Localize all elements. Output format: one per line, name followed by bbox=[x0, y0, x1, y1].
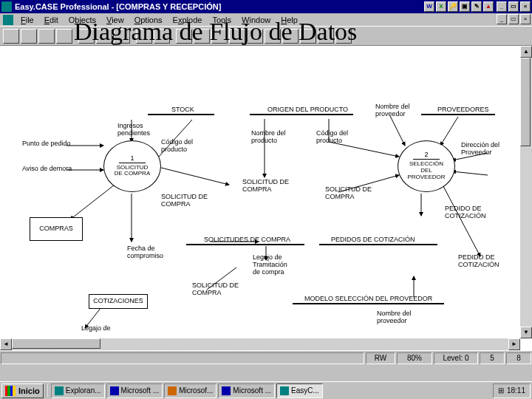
ext-btn-w[interactable]: W bbox=[424, 1, 434, 12]
tb-copy[interactable] bbox=[96, 29, 112, 44]
tb-t8[interactable] bbox=[300, 29, 316, 44]
close-button[interactable]: × bbox=[520, 1, 531, 12]
toolbar bbox=[0, 27, 532, 46]
vscroll-up[interactable]: ▲ bbox=[520, 46, 532, 58]
lbl-legajo-tram: Legajo de Tramitación de compra bbox=[253, 254, 287, 276]
app-titlebar: Easy.CASE Professional - [COMPRAS Y RECE… bbox=[0, 0, 532, 13]
datastore-pedidos-cot[interactable]: PEDIDOS DE COTIZACIÓN bbox=[331, 236, 415, 244]
menu-window[interactable]: Window bbox=[237, 15, 275, 25]
tb-t9[interactable] bbox=[318, 29, 334, 44]
ext-btn-x[interactable]: X bbox=[436, 1, 446, 12]
datastore-origen[interactable]: ORIGEN DEL PRODUCTO bbox=[267, 106, 348, 114]
lbl-codigo-prod2: Código del producto bbox=[316, 130, 348, 145]
datastore-stock[interactable]: STOCK bbox=[171, 106, 194, 114]
svg-line-10 bbox=[390, 116, 405, 146]
windows-icon bbox=[5, 386, 16, 396]
svg-line-5 bbox=[70, 185, 115, 219]
start-label: Inicio bbox=[18, 386, 40, 395]
lbl-pedido-cot2: PEDIDO DE COTIZACIÓN bbox=[458, 254, 499, 269]
menu-file[interactable]: FFileile bbox=[16, 15, 38, 25]
ext-btn-cam[interactable]: ▣ bbox=[460, 1, 470, 12]
horizontal-scrollbar[interactable]: ◄ ► bbox=[0, 338, 520, 350]
mdi-close[interactable]: × bbox=[520, 14, 531, 24]
clock: 18:11 bbox=[507, 386, 525, 395]
tb-t6[interactable] bbox=[265, 29, 281, 44]
svg-line-13 bbox=[452, 171, 488, 175]
process-2[interactable]: 2 SELECCIÓN DEL PROVEEDOR bbox=[398, 140, 455, 192]
tb-t2[interactable] bbox=[194, 29, 210, 44]
tray-icon: ⊞ bbox=[498, 386, 504, 395]
lbl-sol-compra2: SOLICITUD DE COMPRA bbox=[161, 194, 208, 208]
ext-btn-pdf[interactable]: ▲ bbox=[483, 1, 494, 12]
hscroll-thumb[interactable] bbox=[12, 338, 100, 349]
tb-new[interactable] bbox=[3, 29, 19, 44]
ext-btn-edit[interactable]: ✎ bbox=[471, 1, 482, 12]
vscroll-down[interactable]: ▼ bbox=[520, 327, 532, 338]
menu-options[interactable]: Options bbox=[130, 15, 167, 25]
start-button[interactable]: Inicio bbox=[1, 383, 44, 398]
tb-t4[interactable] bbox=[229, 29, 245, 44]
tb-save[interactable] bbox=[38, 29, 55, 44]
menu-objects[interactable]: Objects bbox=[64, 15, 100, 25]
process-2-name: SELECCIÓN DEL PROVEEDOR bbox=[407, 161, 445, 180]
lbl-legajo-de: Legajo de bbox=[81, 325, 111, 332]
taskbar: Inicio Exploran... Microsoft ... Microso… bbox=[0, 381, 532, 399]
tb-redo[interactable] bbox=[154, 29, 170, 44]
lbl-pedido-cot1: PEDIDO DE COTIZACIÓN bbox=[445, 205, 486, 220]
tb-t10[interactable] bbox=[335, 29, 352, 44]
lbl-codigo-prod: Código del producto bbox=[161, 139, 193, 154]
status-level: Level: 0 bbox=[434, 352, 478, 364]
vertical-scrollbar[interactable]: ▲ ▼ bbox=[520, 46, 532, 338]
app-icon bbox=[1, 1, 12, 12]
menu-edit[interactable]: Edit bbox=[40, 15, 63, 25]
process-1[interactable]: 1 SOLICITUD DE COMPRA bbox=[103, 140, 161, 192]
tb-print[interactable] bbox=[56, 29, 72, 44]
task-5[interactable]: EasyC... bbox=[276, 383, 323, 398]
system-tray[interactable]: ⊞ 18:11 bbox=[493, 383, 531, 398]
status-col: 5 bbox=[480, 352, 505, 364]
vscroll-thumb[interactable] bbox=[520, 58, 531, 146]
lbl-sol-compra3: SOLICITUD DE COMPRA bbox=[325, 186, 372, 201]
task-3[interactable]: Microsof... bbox=[164, 383, 216, 398]
task-4[interactable]: Microsoft ... bbox=[218, 383, 275, 398]
svg-line-11 bbox=[440, 117, 458, 146]
entity-compras[interactable]: COMPRAS bbox=[30, 217, 83, 241]
mdi-maximize[interactable]: ▭ bbox=[508, 14, 519, 24]
tb-t1[interactable] bbox=[176, 29, 192, 44]
lbl-fecha-comp: Fecha de compromiso bbox=[127, 245, 163, 260]
process-1-num: 1 bbox=[119, 155, 146, 163]
process-1-name: SOLICITUD DE COMPRA bbox=[115, 165, 150, 178]
minimize-button[interactable]: _ bbox=[497, 1, 507, 12]
lbl-sol-compra4: SOLICITUD DE COMPRA bbox=[192, 282, 239, 297]
ext-btn-key[interactable]: 🔑 bbox=[448, 1, 458, 12]
tb-t7[interactable] bbox=[282, 29, 299, 44]
window-controls: _ ▭ × bbox=[497, 1, 531, 12]
datastore-proveedores[interactable]: PROVEEDORES bbox=[437, 106, 489, 114]
task-2[interactable]: Microsoft ... bbox=[106, 383, 163, 398]
tb-t5[interactable] bbox=[247, 29, 263, 44]
lbl-sol-compra1: SOLICITUD DE COMPRA bbox=[242, 179, 289, 194]
hscroll-right[interactable]: ► bbox=[508, 338, 520, 350]
tb-open[interactable] bbox=[21, 29, 37, 44]
menubar: FFileile Edit Objects View Options Explo… bbox=[0, 13, 532, 27]
menu-explode[interactable]: Explode bbox=[168, 15, 207, 25]
datastore-solicitudes[interactable]: SOLICITUDES DE COMPRA bbox=[204, 236, 290, 244]
tb-undo[interactable] bbox=[136, 29, 152, 44]
process-2-num: 2 bbox=[413, 151, 440, 160]
menu-tools[interactable]: Tools bbox=[208, 15, 236, 25]
lbl-ingresos: Ingresos pendientes bbox=[117, 123, 150, 137]
mdi-minimize[interactable]: _ bbox=[497, 14, 507, 24]
tb-cut[interactable] bbox=[78, 29, 95, 44]
task-1[interactable]: Exploran... bbox=[51, 383, 105, 398]
tb-paste[interactable] bbox=[114, 29, 130, 44]
app-title: Easy.CASE Professional - [COMPRAS Y RECE… bbox=[15, 2, 424, 11]
menu-help[interactable]: Help bbox=[276, 15, 302, 25]
datastore-modelo[interactable]: MODELO SELECCIÓN DEL PROVEEDOR bbox=[304, 296, 432, 303]
menu-view[interactable]: View bbox=[102, 15, 129, 25]
maximize-button[interactable]: ▭ bbox=[508, 1, 519, 12]
hscroll-left[interactable]: ◄ bbox=[0, 338, 12, 350]
svg-line-16 bbox=[443, 186, 480, 256]
tb-t3[interactable] bbox=[211, 29, 228, 44]
entity-cotizaciones[interactable]: COTIZACIONES bbox=[89, 294, 148, 309]
diagram-canvas[interactable]: Punto de pedido Aviso de demora Ingresos… bbox=[0, 46, 520, 338]
